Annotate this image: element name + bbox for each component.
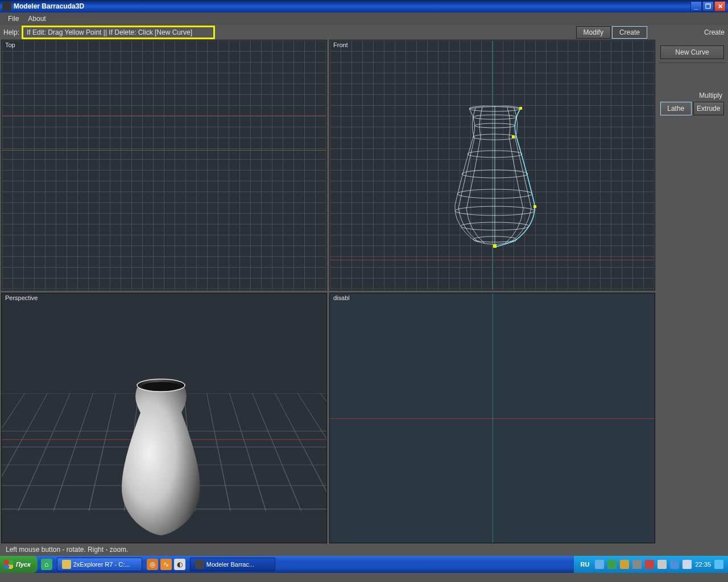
explorer-icon [62, 560, 71, 569]
task-label-2: Modeler Barrac... [206, 561, 254, 568]
menu-file[interactable]: File [3, 14, 23, 24]
toolbar: Help: If Edit: Drag Yellow Point || If D… [0, 25, 728, 40]
menubar: File About [0, 13, 728, 25]
axis-horizontal [2, 115, 326, 116]
rendered-vase [115, 373, 206, 538]
tray-icon[interactable] [657, 560, 667, 569]
new-curve-button[interactable]: New Curve [660, 45, 724, 59]
taskbar-item-modeler[interactable]: Modeler Barrac... [190, 558, 275, 571]
tray-icon[interactable] [645, 560, 654, 569]
viewport-top[interactable]: Top [1, 40, 327, 290]
status-text: Left mouse button - rotate. Right - zoom… [6, 546, 128, 554]
titlebar: Modeler Barracuda3D _ ❐ ✕ [0, 0, 728, 13]
svg-rect-11 [512, 135, 515, 138]
start-button[interactable]: Пуск [0, 556, 38, 573]
windows-flag-icon [3, 559, 14, 569]
app-icon [2, 2, 11, 11]
clock[interactable]: 22:35 [695, 561, 711, 568]
create-side-label: Create [704, 28, 725, 36]
grid-top [2, 40, 326, 290]
tray-icon[interactable] [714, 560, 723, 569]
task-label-1: 2xExplorer R7 - C:... [73, 561, 130, 568]
vp-label-perspective: Perspective [4, 294, 39, 301]
modeler-icon [195, 560, 204, 569]
create-button[interactable]: Create [612, 26, 647, 39]
taskbar-item-explorer[interactable]: 2xExplorer R7 - C:... [57, 558, 142, 571]
quick-launch-2: ◎ ∿ ◐ [143, 559, 189, 570]
maximize-button[interactable]: ❐ [702, 1, 714, 11]
help-text: If Edit: Drag Yellow Point || If Delete:… [27, 28, 192, 36]
help-text-box: If Edit: Drag Yellow Point || If Delete:… [22, 26, 215, 39]
svg-point-16 [142, 382, 180, 391]
volume-icon[interactable] [682, 560, 692, 569]
ql-icon-1[interactable]: ◎ [147, 559, 158, 570]
lathe-button[interactable]: Lathe [660, 102, 692, 115]
ql-icon-3[interactable]: ◐ [174, 559, 185, 570]
svg-rect-13 [493, 244, 497, 248]
system-tray: RU 22:35 [574, 556, 728, 573]
close-button[interactable]: ✕ [714, 1, 726, 11]
start-label: Пуск [16, 561, 31, 568]
tray-icon[interactable] [607, 560, 617, 569]
status-bar: Left mouse button - rotate. Right - zoom… [0, 543, 656, 556]
svg-rect-12 [533, 205, 536, 208]
tray-icon[interactable] [620, 560, 629, 569]
viewports: Top Front [0, 40, 656, 543]
vp-label-disabled: disabl [332, 294, 351, 301]
multiply-buttons: Lathe Extrude [659, 102, 726, 115]
taskbar: Пуск ⌂ 2xExplorer R7 - C:... ◎ ∿ ◐ Model… [0, 556, 728, 573]
modify-button[interactable]: Modify [576, 26, 611, 39]
help-label: Help: [3, 28, 19, 36]
axis-horizontal-2 [2, 150, 326, 151]
tray-icon[interactable] [670, 560, 679, 569]
tray-icon[interactable] [595, 560, 604, 569]
viewport-disabled[interactable]: disabl [329, 293, 655, 543]
language-indicator[interactable]: RU [578, 561, 592, 568]
vp-label-front: Front [332, 41, 349, 48]
viewport-front[interactable]: Front [329, 40, 655, 290]
wireframe-vase [444, 106, 546, 248]
quicklaunch-item[interactable]: ⌂ [41, 559, 52, 570]
minimize-button[interactable]: _ [690, 1, 702, 11]
app-title: Modeler Barracuda3D [14, 2, 690, 10]
tray-icon[interactable] [632, 560, 642, 569]
vp-label-top: Top [4, 41, 16, 48]
viewport-perspective[interactable]: Perspective [1, 293, 327, 543]
ql-icon-2[interactable]: ∿ [160, 559, 172, 570]
multiply-label: Multiply [659, 92, 722, 99]
extrude-button[interactable]: Extrude [693, 102, 725, 115]
side-panel: New Curve Multiply Lathe Extrude [656, 40, 728, 556]
help-region: Help: If Edit: Drag Yellow Point || If D… [3, 26, 215, 39]
svg-rect-10 [519, 107, 522, 110]
axis-vertical [493, 293, 493, 543]
window-buttons: _ ❐ ✕ [690, 1, 726, 11]
quick-launch: ⌂ [38, 559, 56, 570]
menu-about[interactable]: About [23, 14, 50, 24]
panel-divider [659, 63, 726, 63]
viewports-wrap: Top Front [0, 40, 656, 556]
main-area: Top Front [0, 40, 728, 556]
